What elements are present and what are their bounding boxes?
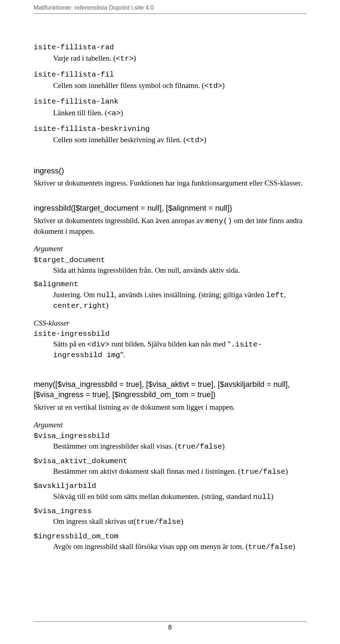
argument-heading-meny: Argument	[34, 420, 306, 430]
page-number: 8	[0, 623, 340, 632]
func-meny-sig: meny([$visa_ingressbild = true], [$visa_…	[34, 379, 306, 400]
arg-name: $ingressbild_om_tom	[34, 532, 306, 542]
class-item: isite-fillista-filCellen som innehåller …	[34, 70, 306, 91]
ingressbild-css: isite-ingressbildSätts på en <div> runt …	[34, 329, 306, 361]
argument-heading: Argument	[34, 244, 306, 254]
class-item: isite-fillista-radVarje rad i tabellen. …	[34, 43, 306, 64]
func-ingressbild-sig: ingressbild([$target_document = null], […	[34, 203, 306, 213]
arg-desc: Om ingress skall skrivas ut(true/false)	[34, 516, 306, 527]
css-class-name: isite-ingressbild	[34, 329, 306, 339]
classlist-section: isite-fillista-radVarje rad i tabellen. …	[34, 43, 306, 146]
func-ingress-sig: ingress()	[34, 166, 306, 176]
class-item-desc: Varje rad i tabellen. (<tr>)	[34, 53, 306, 64]
arg-desc: Avgör om ingressbild skall försöka visas…	[34, 542, 306, 552]
arg-desc: Sökväg till en bild som sätts mellan dok…	[34, 492, 306, 502]
func-ingressbild-desc: Skriver ut dokumentets ingressbild. Kan …	[34, 216, 306, 237]
arg-desc: Bestämmer om aktivt dokument skall finna…	[34, 466, 306, 477]
arg-desc: Bestämmer om ingressbilder skall visas. …	[34, 441, 306, 452]
document-body: isite-fillista-radVarje rad i tabellen. …	[34, 0, 306, 552]
func-ingress-desc: Skriver ut dokumentets ingress. Funktion…	[34, 178, 306, 188]
class-item-name: isite-fillista-lank	[34, 97, 306, 107]
class-item-name: isite-fillista-beskrivning	[34, 124, 306, 134]
arg-desc: Justering. Om null, används i.sites inst…	[34, 290, 306, 311]
header-text: Mallfunktioner: referenslista Dupoint i.…	[34, 4, 154, 12]
arg-name: $visa_ingressbild	[34, 431, 306, 441]
meny-args: $visa_ingressbildBestämmer om ingressbil…	[34, 431, 306, 552]
arg-name: $avskiljarbild	[34, 481, 306, 491]
css-klasser-heading: CSS-klasser	[34, 318, 306, 328]
func-meny-desc: Skriver ut en vertikal listning av de do…	[34, 402, 306, 412]
arg-name: $target_document	[34, 255, 306, 265]
footer-rule	[34, 621, 306, 622]
css-class-desc: Sätts på en <div> runt bilden. Själva bi…	[34, 339, 306, 361]
arg-name: $visa_ingress	[34, 506, 306, 516]
class-item: isite-fillista-lankLänken till filen. (<…	[34, 97, 306, 118]
class-item-name: isite-fillista-fil	[34, 70, 306, 80]
ingressbild-args: $target_documentSida att hämta ingressbi…	[34, 255, 306, 311]
class-item-desc: Cellen som innehåller filens symbol och …	[34, 80, 306, 91]
arg-name: $visa_aktivt_dokument	[34, 456, 306, 466]
arg-name: $alignment	[34, 279, 306, 289]
page-header: Mallfunktioner: referenslista Dupoint i.…	[34, 0, 306, 14]
class-item-desc: Cellen som innehåller beskrivning av fil…	[34, 135, 306, 145]
class-item: isite-fillista-beskrivningCellen som inn…	[34, 124, 306, 146]
class-item-name: isite-fillista-rad	[34, 43, 306, 52]
arg-desc: Sida att hämta ingressbilden från. Om nu…	[34, 265, 306, 275]
class-item-desc: Länken till filen. (<a>)	[34, 108, 306, 118]
